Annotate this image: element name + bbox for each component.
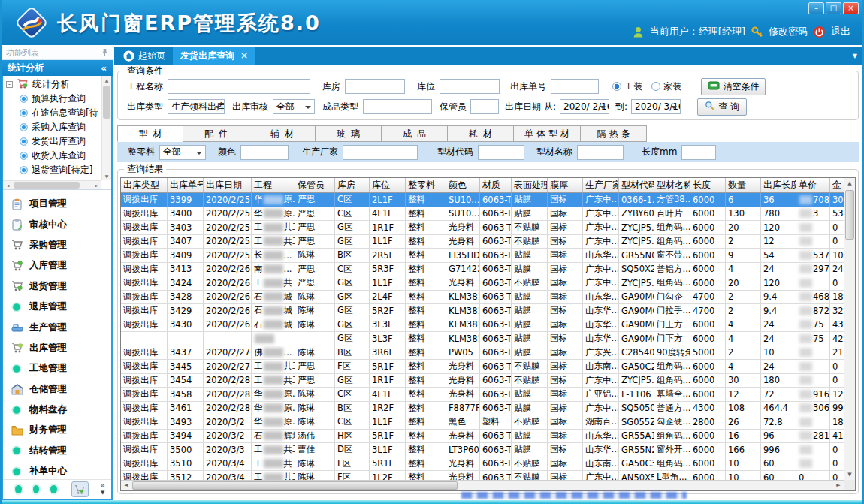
module-dot-icon[interactable]	[50, 485, 57, 493]
column-header-出库类型[interactable]: 出库类型	[121, 178, 168, 192]
location-input[interactable]	[440, 79, 500, 94]
sidebar-module-财务管理[interactable]: 财务管理	[3, 420, 111, 440]
tab-overflow-dropdown-icon[interactable]: ▼	[853, 53, 857, 59]
tree-item-发货出库查询[interactable]: 发货出库查询	[3, 134, 101, 149]
column-header-材质[interactable]: 材质	[480, 178, 512, 192]
column-header-长度[interactable]: 长度	[690, 178, 726, 192]
table-row[interactable]: 调拨出库34372020/2/27佛...陈琳B区3R6F整料PW056063-…	[121, 346, 844, 361]
maximize-button[interactable]: □	[826, 2, 841, 14]
more-modules-button[interactable]: » ▼	[100, 483, 105, 496]
column-header-整零料[interactable]: 整零料	[406, 178, 446, 192]
sidebar-module-采购管理[interactable]: 采购管理	[3, 235, 111, 255]
table-row[interactable]: 调拨出库34612020/2/28华原...陈琳B区1R2F整料F8877FT6…	[121, 402, 844, 416]
sidebar-module-补单中心[interactable]: 补单中心	[3, 461, 111, 479]
table-row[interactable]: 调拨出库35002020/3/3工共工程曹佳D区3L1F整料LT3P606063…	[121, 443, 844, 457]
profile-name-input[interactable]	[577, 145, 624, 160]
logout-link[interactable]: 退出	[831, 25, 850, 38]
column-header-颜色[interactable]: 颜色	[446, 178, 480, 192]
column-header-保管员[interactable]: 保管员	[295, 178, 335, 192]
minimize-button[interactable]: –	[808, 2, 824, 14]
column-header-工程[interactable]: 工程	[252, 178, 295, 192]
table-row[interactable]: 调拨出库34932020/3/2华原...陈琳C区1L1F整料黑色塑料不贴膜国标…	[121, 415, 844, 430]
sidebar-module-入库管理[interactable]: 入库管理	[3, 255, 111, 276]
table-row[interactable]: 调拨出库34242020/2/26工共工程严思G区1L1F整料光身料6063-T…	[121, 276, 844, 291]
table-row[interactable]: 调拨出库34302020/2/26石城陈琳G区3L3F整料KLM38176063…	[121, 318, 844, 333]
scroll-right-icon[interactable]: ►	[833, 481, 844, 490]
outbound-order-input[interactable]	[551, 79, 599, 94]
length-input[interactable]	[681, 145, 716, 160]
outbound-type-combo[interactable]: 生产领料出库	[168, 99, 225, 114]
column-header-单价[interactable]: 单价	[796, 178, 830, 192]
profile-code-input[interactable]	[478, 145, 524, 160]
material-tab-型材[interactable]: 型材	[117, 125, 183, 142]
column-header-表面处理[interactable]: 表面处理	[512, 178, 548, 192]
whole-part-combo[interactable]: 全部	[159, 145, 206, 160]
product-type-input[interactable]	[363, 99, 432, 114]
tree-vscroll-thumb[interactable]	[103, 86, 110, 119]
column-header-生产厂家[interactable]: 生产厂家	[583, 178, 619, 192]
sidebar-module-审核中心[interactable]: 审核中心	[3, 214, 111, 234]
date-from-combo[interactable]: 2020/ 2/16	[560, 99, 609, 114]
table-row[interactable]: 调拨出库34942020/3/2石辉城汤伟H区5R1F整料光身料6063-T5贴…	[121, 430, 844, 444]
column-header-数量[interactable]: 数量	[726, 178, 761, 192]
material-tab-配件[interactable]: 配件	[183, 125, 249, 142]
sidebar-module-结转管理[interactable]: 结转管理	[3, 441, 111, 461]
sidebar-module-生产管理[interactable]: 生产管理	[3, 317, 111, 337]
sidebar-module-退库管理[interactable]: 退库管理	[3, 297, 111, 317]
close-button[interactable]: ×	[843, 2, 859, 14]
column-header-库房[interactable]: 库房	[335, 178, 370, 192]
scroll-up-icon[interactable]: ▲	[844, 178, 855, 189]
scroll-left-icon[interactable]: ◄	[121, 481, 131, 490]
column-header-型材代码[interactable]: 型材代码	[619, 178, 654, 192]
column-header-膜厚[interactable]: 膜厚	[548, 178, 583, 192]
tree-root-statistics[interactable]: -统计分析	[3, 77, 101, 92]
tree-expander-icon[interactable]: -	[6, 81, 13, 88]
table-row[interactable]: 调拨出库34032020/2/25工共工程严思G区1R1F整料光身料6063-T…	[121, 221, 844, 235]
sidebar-module-工地管理[interactable]: 工地管理	[3, 358, 111, 379]
pin-icon[interactable]	[101, 48, 108, 59]
tree-item-收货入库查询[interactable]: 收货入库查询	[3, 149, 101, 163]
scroll-left-icon[interactable]: ◄	[3, 181, 12, 189]
project-name-input[interactable]	[168, 79, 310, 94]
search-button[interactable]: 查 询	[697, 98, 747, 116]
material-tab-隔热条[interactable]: 隔热条	[581, 125, 647, 142]
sidebar-module-项目管理[interactable]: 项目管理	[3, 194, 111, 214]
scroll-down-icon[interactable]: ▼	[844, 469, 855, 480]
tab-shipping-outbound-query[interactable]: 发货出库查询×	[173, 47, 255, 65]
table-row[interactable]: 调拨出库34132020/2/26南...严思C区5R3F整料G71422606…	[121, 263, 844, 277]
grid-vscroll-thumb[interactable]	[845, 190, 854, 240]
table-row[interactable]: 调拨出库34092020/2/25长...陈琳B区2R5F整料LI35HD606…	[121, 249, 844, 263]
table-row[interactable]: 调拨出库33992020/2/25华原...严思C区2L1F整料SU10...6…	[121, 193, 844, 207]
module-dot-icon[interactable]	[33, 485, 40, 493]
table-row[interactable]: 调拨出库34292020/2/26石城陈琳G区5R2F整料KLM38176063…	[121, 304, 844, 318]
table-row[interactable]: 调拨出库35102020/3/4工共工程陈琳F区5R1F整料光身料6063-T5…	[121, 457, 844, 472]
table-row[interactable]: 调拨出库34542020/2/28工共工程严思G区1R1F整料光身料6063-T…	[121, 374, 844, 388]
scroll-right-icon[interactable]: ►	[92, 181, 101, 189]
table-row[interactable]: 调拨出库34282020/2/26石城陈琳G区2L4F整料KLM38176063…	[121, 291, 844, 305]
tree-vertical-scrollbar[interactable]: ▲ ▼	[101, 76, 111, 180]
change-password-link[interactable]: 修改密码	[769, 25, 808, 38]
grid-horizontal-scrollbar[interactable]: ◄ ►	[121, 480, 844, 490]
column-header-出库单号[interactable]: 出库单号	[168, 178, 204, 192]
sidebar-module-物料盘存[interactable]: 物料盘存	[3, 400, 111, 420]
tree-horizontal-scrollbar[interactable]: ◄ ►	[3, 180, 101, 189]
tree-hscroll-thumb[interactable]	[14, 182, 80, 189]
material-tab-耗材[interactable]: 耗材	[448, 125, 514, 142]
column-header-型材名称[interactable]: 型材名称	[654, 178, 690, 192]
color-input[interactable]	[240, 145, 289, 160]
column-header-库位[interactable]: 库位	[370, 178, 406, 192]
sidebar-module-退货管理[interactable]: 退货管理	[3, 276, 111, 297]
material-tab-辅材[interactable]: 辅材	[249, 125, 316, 142]
clear-conditions-button[interactable]: 清空条件	[701, 78, 766, 95]
outbound-audit-combo[interactable]: 全部	[273, 99, 315, 114]
tree-item-在途信息查询[待[interactable]: 在途信息查询[待	[3, 106, 101, 120]
scroll-up-icon[interactable]: ▲	[102, 76, 111, 84]
tree-item-采购入库查询[interactable]: 采购入库查询	[3, 120, 101, 134]
manufacturer-input[interactable]	[343, 145, 418, 160]
table-row[interactable]: 调拨出库34452020/2/27工共工程严思F区5R1F整料光身料6063-T…	[121, 360, 844, 374]
column-header-金[interactable]: 金	[830, 178, 844, 192]
column-header-出库长度[interactable]: 出库长度	[761, 178, 796, 192]
sidebar-module-出库管理[interactable]: 出库管理	[3, 338, 111, 358]
tab-start-page[interactable]: 起始页	[116, 47, 173, 65]
grid-vertical-scrollbar[interactable]: ▲ ▼	[844, 178, 855, 480]
